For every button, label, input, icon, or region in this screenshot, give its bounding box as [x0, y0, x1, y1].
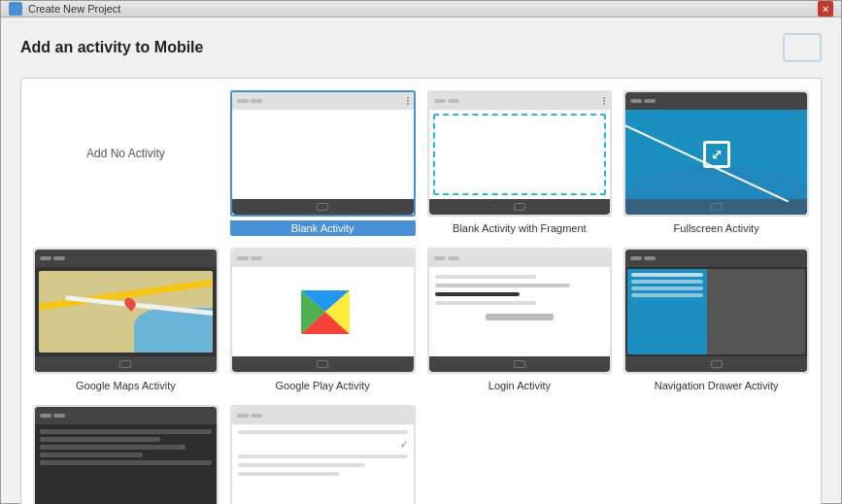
page-header: Add an activity to Mobile [20, 33, 822, 62]
title-bar: Create New Project ✕ [1, 1, 841, 17]
play-label: Google Play Activity [276, 380, 370, 391]
activity-fullscreen[interactable]: ⤢ Fullscreen Activity [623, 90, 809, 236]
activity-grid: Add No Activity [20, 78, 822, 504]
no-activity-label: Add No Activity [86, 147, 165, 160]
phone-icon [783, 33, 822, 62]
nav-drawer-thumb [623, 248, 809, 374]
app-icon [9, 2, 22, 16]
activity-settings[interactable]: ✓ Settings Activity [230, 405, 416, 504]
activity-blank-fragment[interactable]: Blank Activity with Fragment [427, 90, 613, 236]
blank-phone-bar [232, 92, 414, 110]
settings-thumb: ✓ [230, 405, 416, 504]
login-label: Login Activity [488, 380, 551, 391]
content-area: Add an activity to Mobile Add No Activit… [1, 17, 841, 504]
title-bar-content: Create New Project [9, 2, 120, 16]
activity-scrolling[interactable]: Scrolling Activity [33, 405, 219, 504]
activity-google-play[interactable]: Google Play Activity [230, 248, 416, 393]
fullscreen-thumb: ⤢ [623, 90, 809, 217]
window-title: Create New Project [28, 3, 120, 15]
maps-label: Google Maps Activity [76, 380, 176, 391]
no-activity-thumb: Add No Activity [86, 90, 165, 217]
nav-drawer-label: Navigation Drawer Activity [655, 380, 779, 391]
activity-google-maps[interactable]: Google Maps Activity [33, 248, 219, 393]
activity-nav-drawer[interactable]: Navigation Drawer Activity [623, 248, 809, 393]
blank-phone-mock [232, 92, 414, 215]
activity-login[interactable]: Login Activity [427, 248, 613, 393]
fragment-label: Blank Activity with Fragment [453, 222, 587, 234]
fragment-thumb [427, 90, 613, 217]
activity-blank[interactable]: Blank Activity [230, 90, 416, 236]
fullscreen-label: Fullscreen Activity [674, 222, 759, 234]
page-title: Add an activity to Mobile [20, 39, 203, 56]
activity-no-activity[interactable]: Add No Activity [33, 90, 219, 236]
close-button[interactable]: ✕ [818, 1, 833, 17]
login-thumb [427, 248, 613, 374]
maps-thumb [33, 248, 219, 374]
play-thumb [230, 248, 416, 374]
main-window: Create New Project ✕ Add an activity to … [0, 0, 842, 504]
blank-selected-label: Blank Activity [230, 220, 416, 236]
scrolling-thumb [33, 405, 219, 504]
blank-thumb [230, 90, 416, 217]
play-store-logo [296, 286, 350, 339]
